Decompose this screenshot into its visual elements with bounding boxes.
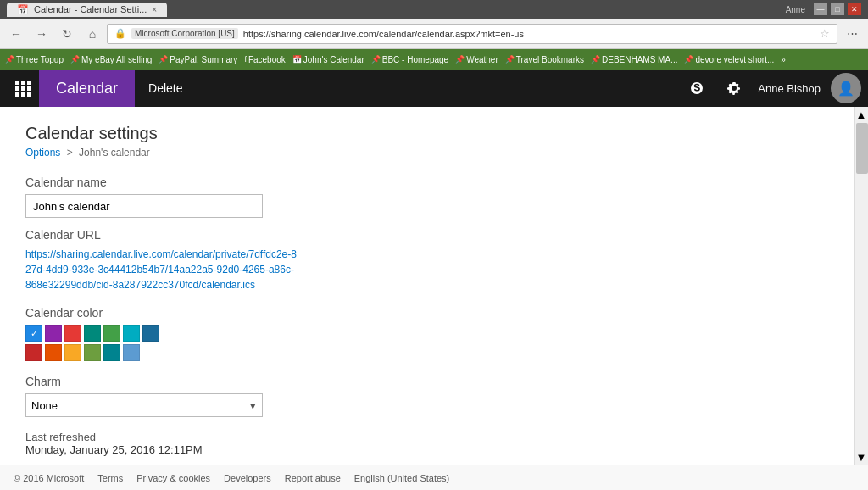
bookmark-icon: 📅 <box>292 55 302 64</box>
extensions-button[interactable]: ⋯ <box>841 23 863 45</box>
bookmark-debenhams[interactable]: 📌 DEBENHAMS MA... <box>591 55 677 64</box>
color-swatch-lightgreen[interactable] <box>84 344 101 361</box>
close-button[interactable]: ✕ <box>848 3 861 15</box>
home-button[interactable]: ⌂ <box>81 23 103 45</box>
charm-section: Charm None Star Heart Flower Cloud Sun <box>25 375 829 417</box>
color-swatch-red[interactable] <box>64 325 81 342</box>
settings-icon-button[interactable] <box>721 75 748 102</box>
color-swatch-purple[interactable] <box>45 325 62 342</box>
color-row-1: ✓ <box>25 325 829 342</box>
browser-tab[interactable]: 📅 Calendar - Calendar Setti... × <box>7 3 167 17</box>
color-swatch-yellow[interactable] <box>64 344 81 361</box>
color-swatch-darkred[interactable] <box>25 344 42 361</box>
bookmark-paypal[interactable]: 📌 PayPal: Summary <box>159 55 237 64</box>
app-header: Calendar Delete Anne Bishop 👤 <box>0 70 868 107</box>
color-swatch-lightblue[interactable] <box>123 344 140 361</box>
user-avatar[interactable]: 👤 <box>831 73 861 103</box>
last-refreshed-label: Last refreshed <box>25 431 829 443</box>
footer-developers-link[interactable]: Developers <box>224 473 271 483</box>
scrollbar-track: ▲ ▼ <box>854 107 868 465</box>
back-button[interactable]: ← <box>5 23 27 45</box>
charm-label: Charm <box>25 375 829 388</box>
calendar-name-section: Calendar name <box>25 175 829 228</box>
calendar-name-input[interactable] <box>25 194 263 218</box>
scroll-thumb[interactable] <box>856 123 868 174</box>
tab-calendar-icon: 📅 <box>17 4 29 15</box>
footer: © 2016 Microsoft Terms Privacy & cookies… <box>0 465 868 490</box>
footer-locale: English (United States) <box>354 473 450 483</box>
last-refreshed-value: Monday, January 25, 2016 12:11PM <box>25 443 829 456</box>
bookmark-ebay[interactable]: 📌 My eBay All selling <box>70 55 152 64</box>
footer-report-link[interactable]: Report abuse <box>285 473 341 483</box>
bookmark-three-topup[interactable]: 📌 Three Topup <box>5 55 64 64</box>
footer-privacy-link[interactable]: Privacy & cookies <box>136 473 210 483</box>
color-grid: ✓ <box>25 325 829 361</box>
color-swatch-teal[interactable] <box>84 325 101 342</box>
bookmark-star-icon[interactable]: ☆ <box>820 27 830 40</box>
bookmark-travel[interactable]: 📌 Travel Bookmarks <box>505 55 584 64</box>
bookmark-icon: 📌 <box>371 55 381 64</box>
avatar-icon: 👤 <box>837 81 854 97</box>
charm-select[interactable]: None Star Heart Flower Cloud Sun <box>25 393 263 417</box>
tab-title: Calendar - Calendar Setti... <box>34 4 147 14</box>
bookmark-icon: f <box>244 55 247 64</box>
grid-icon <box>15 81 31 97</box>
delete-button[interactable]: Delete <box>135 70 196 107</box>
bookmark-icon: 📌 <box>455 55 465 64</box>
calendar-name-label: Calendar name <box>25 175 829 189</box>
maximize-button[interactable]: □ <box>831 3 844 15</box>
breadcrumb-current: John's calendar <box>79 147 150 159</box>
calendar-color-label: Calendar color <box>25 306 829 320</box>
minimize-button[interactable]: — <box>814 3 827 15</box>
refresh-button[interactable]: ↻ <box>56 23 78 45</box>
content-area: Calendar settings Options > John's calen… <box>0 107 854 465</box>
scroll-up-button[interactable]: ▲ <box>855 107 867 122</box>
security-icon: 🔒 <box>114 28 126 39</box>
main-layout: Calendar settings Options > John's calen… <box>0 107 868 465</box>
skype-icon-button[interactable] <box>683 75 710 102</box>
browser-titlebar: 📅 Calendar - Calendar Setti... × Anne — … <box>0 0 868 19</box>
bookmark-weather[interactable]: 📌 Weather <box>455 55 498 64</box>
header-right: Anne Bishop 👤 <box>683 73 861 103</box>
footer-copyright: © 2016 Microsoft <box>14 473 84 483</box>
bookmark-icon: 📌 <box>505 55 515 64</box>
calendar-color-section: Calendar color ✓ <box>25 306 829 361</box>
bookmarks-bar: 📌 Three Topup 📌 My eBay All selling 📌 Pa… <box>0 49 868 70</box>
apps-grid-button[interactable] <box>7 70 39 107</box>
tab-close-button[interactable]: × <box>152 5 157 14</box>
bookmark-icon: 📌 <box>5 55 14 64</box>
color-swatch-blue[interactable]: ✓ <box>25 325 42 342</box>
page-title: Calendar settings <box>25 124 829 143</box>
window-controls: Anne — □ ✕ <box>786 3 861 15</box>
bookmark-facebook[interactable]: f Facebook <box>244 55 285 64</box>
breadcrumb-separator: > <box>67 147 73 159</box>
breadcrumb-options-link[interactable]: Options <box>25 147 60 159</box>
bookmark-more[interactable]: » <box>781 55 786 64</box>
bookmark-icon: 📌 <box>684 55 693 64</box>
last-refreshed-section: Last refreshed Monday, January 25, 2016 … <box>25 431 829 456</box>
user-name-label[interactable]: Anne Bishop <box>758 82 821 95</box>
bookmark-bbc[interactable]: 📌 BBC - Homepage <box>371 55 448 64</box>
color-swatch-orange[interactable] <box>45 344 62 361</box>
calendar-url-section: Calendar URL https://sharing.calendar.li… <box>25 228 829 292</box>
forward-button[interactable]: → <box>31 23 53 45</box>
color-swatch-green[interactable] <box>103 325 120 342</box>
color-swatch-darkcyan[interactable] <box>103 344 120 361</box>
bookmark-icon: 📌 <box>591 55 600 64</box>
charm-select-wrapper: None Star Heart Flower Cloud Sun <box>25 393 263 417</box>
scroll-down-button[interactable]: ▼ <box>855 449 867 465</box>
app-name-button[interactable]: Calendar <box>39 70 135 107</box>
url-display: https://sharing.calendar.live.com/calend… <box>243 29 524 39</box>
breadcrumb: Options > John's calendar <box>25 147 829 159</box>
user-label: Anne <box>786 5 805 14</box>
corp-label: Microsoft Corporation [US] <box>131 28 238 39</box>
calendar-url-value: https://sharing.calendar.live.com/calend… <box>25 247 297 292</box>
bookmark-johns-calendar[interactable]: 📅 John's Calendar <box>292 55 364 64</box>
browser-toolbar: ← → ↻ ⌂ 🔒 Microsoft Corporation [US] htt… <box>0 19 868 49</box>
address-bar[interactable]: 🔒 Microsoft Corporation [US] https://sha… <box>107 24 837 44</box>
footer-terms-link[interactable]: Terms <box>97 473 123 483</box>
bookmark-devore[interactable]: 📌 devore velevt short... <box>684 55 774 64</box>
color-swatch-cyan[interactable] <box>123 325 140 342</box>
bookmark-icon: 📌 <box>70 55 80 64</box>
color-swatch-darkblue[interactable] <box>142 325 159 342</box>
